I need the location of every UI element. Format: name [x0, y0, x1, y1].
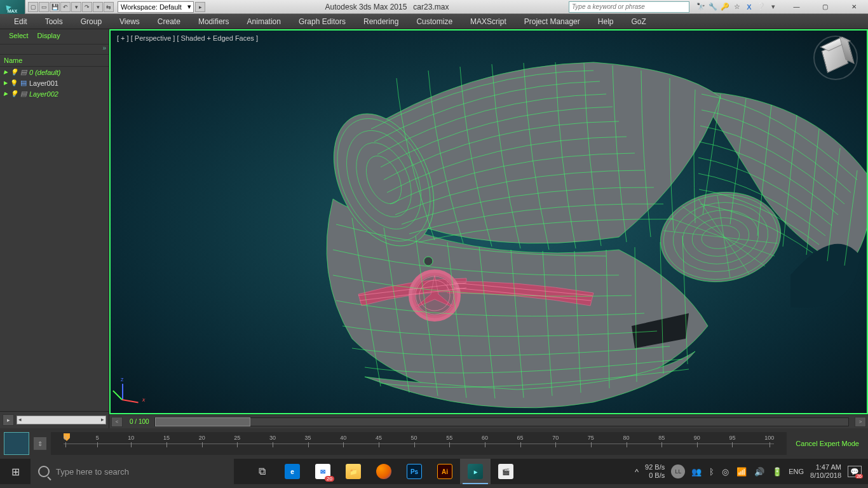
key-icon[interactable]: 🔑: [720, 2, 730, 12]
taskbar-app-mail[interactable]: ✉20: [308, 459, 338, 484]
help-icon[interactable]: ❔: [756, 2, 766, 12]
timeline-prev-button[interactable]: <: [111, 417, 123, 427]
visibility-bulb-icon[interactable]: 💡: [10, 90, 18, 97]
people-icon[interactable]: 👥: [691, 467, 702, 477]
exchange-icon[interactable]: X: [744, 2, 754, 12]
system-tray: ^ 92 B/s0 B/s LL 👥 ᛒ ◎ 📶 🔊 🔋 ENG 1:47 AM…: [628, 463, 868, 480]
layer-item-default[interactable]: ▶ 💡 ▤ 0 (default): [0, 67, 109, 78]
taskbar-app-illustrator[interactable]: Ai: [430, 459, 460, 484]
open-file-icon[interactable]: ▭: [39, 2, 49, 12]
viewport-label[interactable]: [ + ] [ Perspective ] [ Shaded + Edged F…: [117, 34, 258, 42]
axis-y-icon: [112, 390, 123, 400]
workspace-dropdown-toggle[interactable]: ▸: [195, 2, 205, 12]
viewport-container: [ + ] [ Perspective ] [ Shaded + Edged F…: [109, 29, 868, 428]
window-title: Autodesk 3ds Max 2015 car23.max: [205, 3, 569, 11]
binoculars-icon[interactable]: 🔭: [696, 2, 706, 12]
undo-icon[interactable]: ↶: [60, 2, 71, 12]
app-logo[interactable]: MAX: [0, 0, 25, 14]
battery-icon[interactable]: 🔋: [772, 467, 782, 477]
bluetooth-icon[interactable]: ᛒ: [709, 467, 714, 477]
volume-icon[interactable]: 🔊: [754, 467, 764, 477]
layer-column-header[interactable]: Name: [0, 55, 109, 67]
menu-tools[interactable]: Tools: [37, 15, 71, 28]
timeline-next-button[interactable]: >: [855, 417, 866, 427]
timeline-handle[interactable]: [155, 417, 250, 426]
menu-edit[interactable]: Edit: [6, 15, 35, 28]
taskbar-app-explorer[interactable]: 📁: [338, 459, 369, 484]
visibility-bulb-icon[interactable]: 💡: [10, 79, 18, 86]
language-indicator[interactable]: ENG: [789, 468, 804, 475]
task-view-button[interactable]: ⧉: [247, 459, 277, 484]
taskbar-app-edge[interactable]: e: [277, 459, 308, 484]
mail-badge: 20: [325, 476, 334, 482]
taskbar-app-3dsmax[interactable]: ▸: [460, 459, 491, 484]
main-area: Select Display Name ▶ 💡 ▤ 0 (default) ▶ …: [0, 29, 868, 428]
menu-help[interactable]: Help: [590, 15, 621, 28]
minimize-button[interactable]: —: [782, 0, 811, 14]
help-search[interactable]: [569, 1, 689, 13]
panel-expand-button[interactable]: ▸: [3, 414, 14, 426]
layer-item-layer002[interactable]: ▶ 💡 ▤ Layer002: [0, 88, 109, 99]
save-icon[interactable]: 💾: [50, 2, 60, 12]
layer-item-layer001[interactable]: ▶ 💡 ▤ Layer001: [0, 78, 109, 88]
viewport-perspective[interactable]: [ + ] [ Perspective ] [ Shaded + Edged F…: [109, 29, 868, 414]
menu-project-manager[interactable]: Project Manager: [517, 15, 588, 28]
car-model-render[interactable]: [238, 59, 868, 414]
undo-dropdown-icon[interactable]: ▾: [71, 2, 81, 12]
cortana-icon[interactable]: [38, 466, 50, 477]
axis-gizmo: [122, 375, 147, 400]
star-icon[interactable]: ☆: [732, 2, 742, 12]
horizontal-scrollbar[interactable]: [17, 416, 106, 424]
location-icon[interactable]: ◎: [722, 467, 729, 477]
start-button[interactable]: ⊞: [0, 459, 31, 484]
taskbar-app-virtualdub[interactable]: 🎬: [491, 459, 521, 484]
timeline-frame-display: 0 / 100: [125, 418, 154, 425]
taskbar-search[interactable]: Type here to search: [31, 459, 234, 484]
redo-dropdown-icon[interactable]: ▾: [93, 2, 103, 12]
axis-z-icon: [122, 384, 123, 400]
wrench-icon[interactable]: 🔧: [708, 2, 718, 12]
timeline-slider[interactable]: [154, 417, 849, 426]
tab-display[interactable]: Display: [37, 32, 60, 41]
menu-animation[interactable]: Animation: [240, 15, 288, 28]
taskbar-app-firefox[interactable]: [369, 459, 399, 484]
menu-rendering[interactable]: Rendering: [356, 15, 406, 28]
menu-maxscript[interactable]: MAXScript: [463, 15, 514, 28]
menu-graph-editors[interactable]: Graph Editors: [291, 15, 353, 28]
viewport-thumbnail[interactable]: [4, 432, 29, 455]
tab-select[interactable]: Select: [9, 32, 29, 41]
frame-ruler[interactable]: 0 5 10 15 20 25 30 35 40 45 50 55 60 65 …: [51, 432, 787, 455]
close-button[interactable]: ✕: [839, 0, 868, 14]
workspace-dropdown[interactable]: Workspace: Default: [118, 1, 194, 13]
menu-customize[interactable]: Customize: [409, 15, 460, 28]
layer-label: Layer001: [29, 79, 58, 87]
wifi-icon[interactable]: 📶: [736, 467, 747, 477]
panel-collapse-toggle[interactable]: [0, 44, 109, 55]
user-avatar[interactable]: LL: [671, 464, 685, 478]
help-dropdown-icon[interactable]: ▾: [768, 2, 778, 12]
menu-create[interactable]: Create: [150, 15, 188, 28]
maximize-button[interactable]: ▢: [811, 0, 839, 14]
link-icon[interactable]: ⇆: [104, 2, 114, 12]
tray-overflow-icon[interactable]: ^: [635, 467, 639, 477]
expand-icon[interactable]: ▶: [4, 91, 8, 97]
menu-goz[interactable]: GoZ: [623, 15, 653, 28]
visibility-bulb-icon[interactable]: 💡: [10, 69, 18, 76]
layer-stack-icon: ▤: [20, 90, 27, 98]
scene-explorer-panel: Select Display Name ▶ 💡 ▤ 0 (default) ▶ …: [0, 29, 109, 428]
svg-point-4: [424, 257, 433, 266]
clock[interactable]: 1:47 AM8/10/2018: [810, 463, 841, 480]
track-toggle-button[interactable]: ⇕: [33, 437, 47, 451]
taskbar-app-photoshop[interactable]: Ps: [399, 459, 430, 484]
new-file-icon[interactable]: ▢: [28, 2, 38, 12]
menu-views[interactable]: Views: [112, 15, 147, 28]
help-search-input[interactable]: [569, 2, 689, 12]
windows-taskbar: ⊞ Type here to search ⧉ e ✉20 📁 Ps Ai ▸ …: [0, 459, 868, 484]
action-center-icon[interactable]: 💬26: [848, 466, 862, 477]
expand-icon[interactable]: ▶: [4, 69, 8, 75]
cancel-expert-mode-link[interactable]: Cancel Expert Mode: [787, 440, 868, 447]
menu-modifiers[interactable]: Modifiers: [191, 15, 237, 28]
expand-icon[interactable]: ▶: [4, 80, 8, 86]
menu-group[interactable]: Group: [73, 15, 109, 28]
redo-icon[interactable]: ↷: [82, 2, 92, 12]
